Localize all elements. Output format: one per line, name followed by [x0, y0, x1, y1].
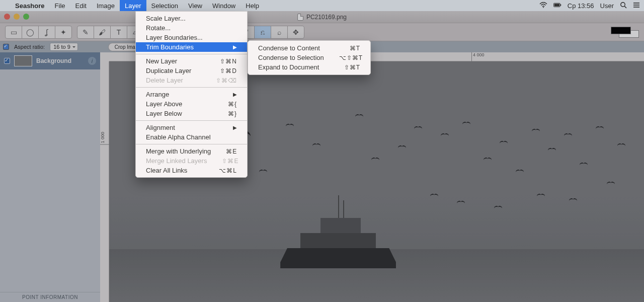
layer-menu-merge-with-underlying[interactable]: Merge with Underlying⌘E	[136, 146, 247, 156]
ellipse-select-tool[interactable]: ◯	[22, 26, 39, 39]
menu-view[interactable]: View	[183, 0, 207, 11]
trim-boundaries-submenu: Condense to Content⌘TCondense to Selecti…	[248, 40, 371, 75]
zoom-icon[interactable]	[23, 14, 29, 20]
spotlight-icon[interactable]	[620, 2, 627, 10]
brush-tool[interactable]: 🖌	[94, 26, 111, 39]
user-menu[interactable]: User	[600, 2, 614, 10]
layer-row[interactable]: Background i	[0, 52, 100, 69]
layer-thumbnail	[14, 55, 32, 66]
menu-file[interactable]: File	[50, 0, 70, 11]
menubar: Seashore FileEditImageLayerSelectionView…	[0, 0, 644, 11]
svg-rect-3	[560, 4, 561, 6]
ruler-tick: 1 000	[100, 132, 109, 145]
layer-menu-layer-below[interactable]: Layer Below⌘}	[136, 109, 247, 118]
minimize-icon[interactable]	[14, 14, 20, 20]
clock[interactable]: Cp 13:56	[568, 2, 594, 10]
layer-menu-new-layer[interactable]: New Layer⇧⌘N	[136, 56, 247, 66]
color-wells[interactable]	[611, 27, 639, 38]
clone-tool[interactable]: ⎌	[254, 26, 271, 39]
close-icon[interactable]	[4, 14, 10, 20]
trim-menu-condense-to-selection[interactable]: Condense to Selection⌥⇧⌘T	[248, 53, 370, 62]
layer-info-icon[interactable]: i	[88, 57, 96, 65]
titlebar[interactable]: PC210169.png	[0, 11, 644, 23]
layer-menu-enable-alpha-channel[interactable]: Enable Alpha Channel	[136, 132, 247, 142]
menu-edit[interactable]: Edit	[70, 0, 92, 11]
pencil-tool[interactable]: ✎	[77, 26, 94, 39]
aspect-ratio-checkbox[interactable]	[3, 44, 9, 50]
layer-menu-alignment[interactable]: Alignment▶	[136, 123, 247, 132]
ruler-vertical: 1 000	[100, 61, 109, 302]
ruler-tick: 4 000	[471, 52, 485, 61]
layer-menu-delete-layer: Delete Layer⇧⌘⌫	[136, 76, 247, 85]
toolbar: ▭◯ʆ✦✎🖌T▱◬▦↖✋✂✐⎌⌕✥	[0, 23, 644, 41]
menu-layer[interactable]: Layer	[120, 0, 146, 11]
zoom-tool[interactable]: ⌕	[271, 26, 288, 39]
text-tool[interactable]: T	[110, 26, 127, 39]
trim-menu-expand-to-document[interactable]: Expand to Document⇧⌘T	[248, 62, 370, 72]
workspace: Background i POINT INFORMATION 3 0004 00…	[0, 52, 644, 302]
layer-menu-rotate[interactable]: Rotate...	[136, 23, 247, 33]
rect-select-tool[interactable]: ▭	[5, 26, 22, 39]
svg-line-5	[624, 6, 626, 8]
trim-menu-condense-to-content[interactable]: Condense to Content⌘T	[248, 43, 370, 53]
menu-window[interactable]: Window	[207, 0, 240, 11]
battery-icon[interactable]	[553, 2, 561, 10]
menu-image[interactable]: Image	[92, 0, 120, 11]
window-title: PC210169.png	[306, 14, 347, 21]
menu-help[interactable]: Help	[240, 0, 264, 11]
layer-menu-arrange[interactable]: Arrange▶	[136, 90, 247, 99]
traffic-lights	[4, 14, 29, 20]
lasso-tool[interactable]: ʆ	[38, 26, 55, 39]
layer-menu-dropdown: Scale Layer...Rotate...Layer Boundaries.…	[135, 11, 248, 178]
magic-wand-tool[interactable]: ✦	[55, 26, 72, 39]
ship-silhouette	[280, 193, 396, 268]
aspect-ratio-label: Aspect ratio:	[14, 44, 45, 50]
layer-menu-duplicate-layer[interactable]: Duplicate Layer⇧⌘D	[136, 66, 247, 76]
layer-menu-merge-linked-layers: Merge Linked Layers⇧⌘E	[136, 156, 247, 166]
svg-point-0	[543, 7, 544, 8]
app-menu[interactable]: Seashore	[10, 2, 50, 10]
layers-panel: Background i POINT INFORMATION	[0, 52, 100, 302]
svg-point-4	[621, 2, 625, 6]
document-icon	[297, 14, 303, 21]
layer-name: Background	[36, 57, 71, 64]
svg-rect-2	[554, 4, 559, 6]
control-center-icon[interactable]	[633, 2, 640, 10]
menu-selection[interactable]: Selection	[146, 0, 183, 11]
layer-menu-trim-boundaries[interactable]: Trim Boundaries▶	[136, 42, 247, 52]
layer-visible-checkbox[interactable]	[4, 58, 10, 64]
layer-menu-layer-above[interactable]: Layer Above⌘{	[136, 99, 247, 109]
aspect-ratio-dropdown[interactable]: 16 to 9	[50, 43, 78, 51]
layer-menu-clear-all-links[interactable]: Clear All Links⌥⌘L	[136, 166, 247, 175]
wifi-icon[interactable]	[539, 2, 547, 10]
layer-menu-layer-boundaries[interactable]: Layer Boundaries...	[136, 33, 247, 42]
layer-menu-scale-layer[interactable]: Scale Layer...	[136, 14, 247, 23]
move-tool[interactable]: ✥	[287, 26, 304, 39]
point-info-header: POINT INFORMATION	[0, 292, 100, 302]
